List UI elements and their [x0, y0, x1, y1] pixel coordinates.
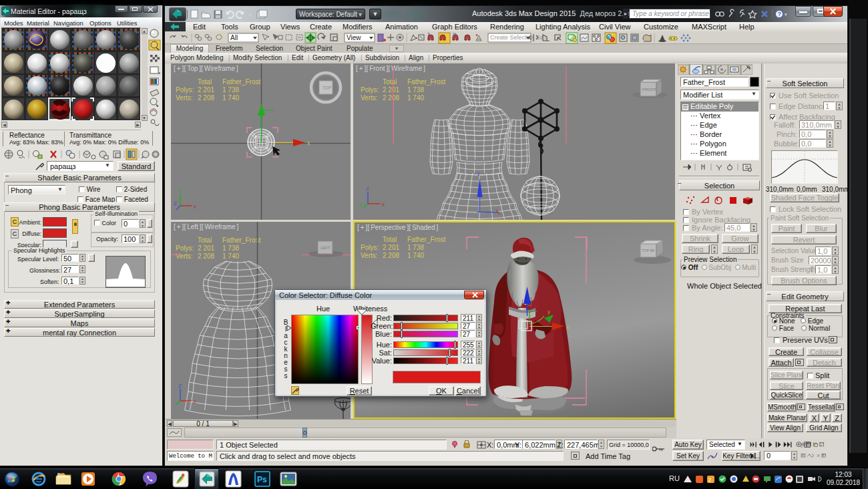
svg-text:Y: Y — [359, 202, 363, 208]
svg-text:X: X — [381, 202, 385, 208]
svg-text:Ps: Ps — [257, 475, 267, 484]
svg-text:TOP BK: TOP BK — [642, 249, 655, 253]
svg-text:Z: Z — [366, 186, 369, 192]
svg-text:▾: ▾ — [249, 12, 252, 18]
svg-text:Z: Z — [178, 383, 182, 389]
svg-text:z: z — [477, 171, 480, 177]
svg-text:x: x — [566, 324, 570, 331]
svg-text:View: View — [347, 34, 361, 41]
svg-text:Create Selection Se: Create Selection Se — [490, 34, 544, 41]
svg-text:?: ? — [777, 11, 781, 17]
svg-text:z: z — [708, 476, 712, 483]
svg-text:Y: Y — [178, 188, 182, 194]
svg-text:X: X — [193, 204, 197, 210]
svg-text:▾: ▾ — [785, 12, 787, 17]
svg-text:FRONT: FRONT — [642, 88, 656, 92]
svg-text:x: x — [307, 140, 310, 146]
svg-text:All: All — [230, 34, 238, 41]
svg-text:y: y — [548, 309, 550, 315]
svg-text:X: X — [193, 399, 197, 405]
svg-text:TOP: TOP — [322, 86, 331, 90]
svg-text:LEFT: LEFT — [320, 246, 331, 250]
svg-text:Z: Z — [174, 200, 177, 206]
